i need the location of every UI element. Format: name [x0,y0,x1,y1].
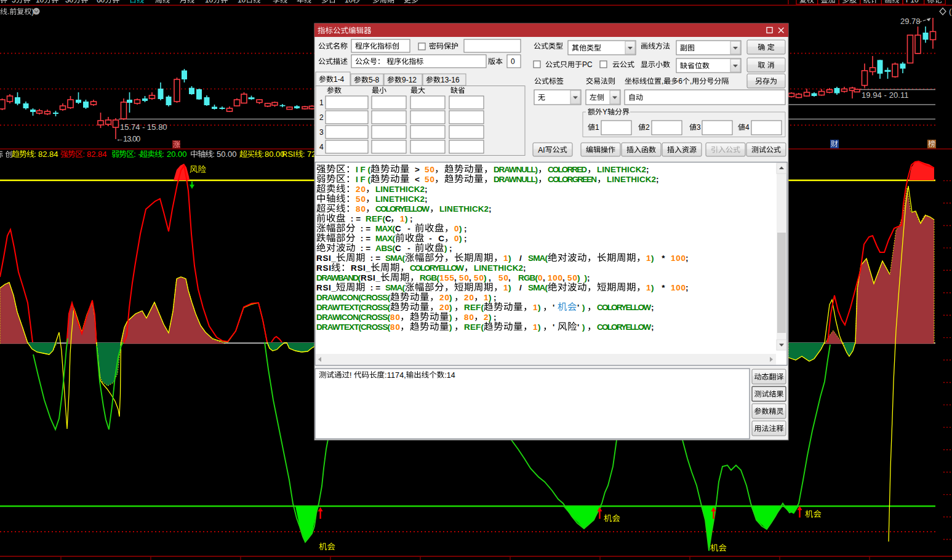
svg-text:15.74 - 15.80: 15.74 - 15.80 [120,122,167,132]
svg-text:C: C [385,214,391,223]
svg-text:RGB(: RGB( [518,273,538,282]
svg-text:1: 1 [319,98,324,107]
svg-text:): ) [651,283,654,292]
svg-text:;: ; [425,194,428,204]
svg-text:,: , [662,77,663,86]
svg-text:1: 1 [533,322,538,332]
svg-text:RSI: RSI [282,150,295,159]
svg-text:COLORRED: COLORRED [548,165,587,174]
svg-text:155: 155 [439,273,454,282]
svg-text:1: 1 [533,303,538,312]
svg-text:9-12: 9-12 [402,76,417,84]
svg-text:20: 20 [464,293,474,302]
svg-text:82.84: 82.84 [87,150,107,159]
svg-text:): ) [449,293,452,302]
svg-text:COLORGREEN: COLORGREEN [548,175,597,184]
svg-text:0: 0 [538,273,543,282]
svg-text:10: 10 [238,0,246,4]
svg-text:20: 20 [439,293,449,302]
svg-text:PC: PC [582,60,593,69]
svg-text::14: :14 [444,371,455,380]
svg-text:ABS(: ABS( [375,244,396,253]
svg-text:<: < [410,175,425,184]
svg-text:DRAWBAND(: DRAWBAND( [316,273,361,282]
svg-text:1: 1 [503,283,508,292]
svg-text:4: 4 [745,123,750,132]
svg-text:DRAWTEXT(CROSS(: DRAWTEXT(CROSS( [316,303,391,312]
svg-text:50: 50 [356,194,366,204]
svg-text:/: / [513,283,528,292]
svg-text:29.78: 29.78 [900,17,921,26]
svg-text:2: 2 [319,113,324,122]
svg-text:): ) [459,234,462,243]
svg-text:REF(: REF( [464,303,484,312]
svg-text:1: 1 [646,254,651,263]
svg-text:19.94 - 20.11: 19.94 - 20.11 [862,90,909,100]
svg-text:1: 1 [503,254,508,263]
svg-text:50: 50 [425,175,434,184]
svg-text:,: , [454,273,457,282]
svg-text:LINETHICK2: LINETHICK2 [597,165,646,174]
svg-text:;: ; [646,165,649,174]
svg-text:1-4: 1-4 [334,75,345,84]
svg-text:SMA(: SMA( [528,254,548,263]
svg-text:SMA(: SMA( [385,283,406,292]
svg-text:DRAWICON(CROSS(: DRAWICON(CROSS( [316,293,391,302]
svg-text::1174,: :1174, [385,371,406,380]
svg-text:REF(: REF( [464,322,484,332]
svg-text:;: ; [494,293,497,302]
svg-text:1: 1 [646,283,651,292]
svg-text:LINETHICK2: LINETHICK2 [439,204,489,214]
svg-text:DRAWICON(CROSS(: DRAWICON(CROSS( [316,313,391,322]
svg-text:RGB(: RGB( [420,273,440,282]
svg-text:*: * [656,254,671,263]
svg-text:3: 3 [319,128,324,137]
svg-text:MAX(: MAX( [375,224,396,233]
svg-text::: : [162,150,166,159]
svg-text:;: ; [656,175,659,184]
svg-text:13-16: 13-16 [441,76,460,84]
svg-text:100: 100 [548,273,562,282]
svg-text:100: 100 [671,254,686,263]
svg-text:COLORYELLOW: COLORYELLOW [597,303,651,312]
svg-text:10: 10 [205,0,214,4]
svg-text:60: 60 [97,0,105,4]
svg-text:0: 0 [454,224,459,233]
svg-text:>: > [410,165,425,174]
svg-text:': ' [553,303,554,312]
svg-text:IF(: IF( [356,175,371,184]
svg-text:30: 30 [65,0,74,4]
svg-text:;: ; [651,322,654,332]
svg-text:.: . [7,7,9,16]
svg-text:;: ; [686,254,689,263]
svg-text:RSI_: RSI_ [361,273,380,282]
svg-text:RSI: RSI [316,263,331,273]
svg-text:Y: Y [602,108,607,116]
svg-text:): ) [538,322,541,332]
svg-text:': ' [577,322,579,332]
svg-text:20: 20 [439,303,449,312]
svg-text:100: 100 [671,283,686,292]
svg-text:): ) [405,214,408,223]
svg-text:80: 80 [390,313,400,322]
svg-text:1: 1 [484,293,489,302]
svg-text:DRAWNULL): DRAWNULL) [494,165,538,174]
svg-text:COLORYELLOW: COLORYELLOW [375,204,430,214]
svg-text:): ) [449,313,452,322]
svg-text:1: 1 [595,123,599,132]
svg-text:MAX(: MAX( [375,234,396,243]
svg-text:;: ; [489,204,492,214]
svg-text:;: ; [686,283,689,292]
svg-text:LINETHICK2: LINETHICK2 [375,185,425,194]
svg-text:: 72: : 72 [303,150,316,159]
svg-text:IF(: IF( [356,165,371,174]
svg-text:): ) [508,283,511,292]
svg-text:DRAWTEXT(CROSS(: DRAWTEXT(CROSS( [316,322,391,332]
svg-text:6: 6 [678,77,682,86]
svg-text:0: 0 [511,57,515,66]
svg-text:REF(: REF( [366,214,386,223]
svg-text:20: 20 [356,185,366,194]
svg-text:50.00: 50.00 [217,150,237,159]
svg-text:): ) [444,244,447,253]
svg-text:,: , [469,273,471,282]
